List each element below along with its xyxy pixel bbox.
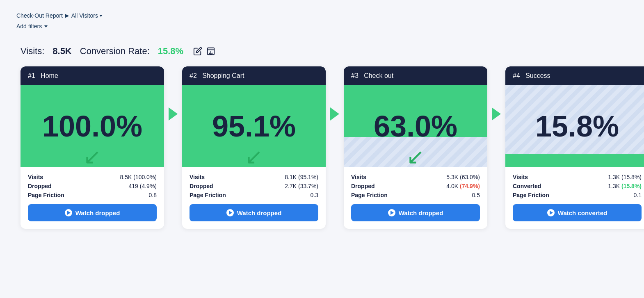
card-2-percentage: 95.1% xyxy=(182,111,326,141)
watch-dropped-button-1[interactable]: Watch dropped xyxy=(28,204,157,221)
drop-arrow-1-icon: ↙ xyxy=(83,146,101,167)
card-1-dropped-row: Dropped 419 (4.9%) xyxy=(28,183,157,189)
filters-row[interactable]: Add filters xyxy=(16,23,628,30)
play-triangle-2 xyxy=(229,211,232,215)
card-1-title: Home xyxy=(41,72,58,79)
card-1-dropped-label: Dropped xyxy=(28,183,52,189)
watch-dropped-button-3[interactable]: Watch dropped xyxy=(351,204,480,221)
edit-icon[interactable] xyxy=(193,47,202,56)
watch-dropped-button-2[interactable]: Watch dropped xyxy=(190,204,318,221)
filters-chevron-icon xyxy=(44,25,48,27)
card-2-header: #2 Shopping Cart xyxy=(182,66,326,85)
card-3-dropped-value: 4.0K (74.9%) xyxy=(446,183,480,189)
filters-label: Add filters xyxy=(16,23,42,30)
card-1-dropped-value: 419 (4.9%) xyxy=(129,183,157,189)
card-3-visits-value: 5.3K (63.0%) xyxy=(446,174,480,180)
card-1-body: 100.0% ↙ Visits 8.5K (100.0%) Dropped 41… xyxy=(21,85,164,221)
card-1-visits-label: Visits xyxy=(28,174,43,180)
visits-label: Visits: xyxy=(21,46,44,57)
card-4-converted-label: Converted xyxy=(513,183,541,189)
summary-icons xyxy=(193,47,215,56)
card-3-bar: 63.0% ↙ xyxy=(344,85,487,167)
card-3-id: #3 xyxy=(351,72,359,79)
card-2-bar: 95.1% ↙ xyxy=(182,85,326,167)
card-2-dropped-row: Dropped 2.7K (33.7%) xyxy=(190,183,318,189)
right-arrow-icon-1 xyxy=(169,107,178,121)
card-4-friction-value: 0.1 xyxy=(634,192,642,198)
play-icon-3 xyxy=(388,209,395,216)
card-1-bar: 100.0% ↙ xyxy=(21,85,164,167)
card-4-header: #4 Success xyxy=(505,66,644,85)
play-icon-1 xyxy=(65,209,72,216)
card-3-header: #3 Check out xyxy=(344,66,487,85)
right-arrow-icon-2 xyxy=(330,107,339,121)
card-1-friction-row: Page Friction 0.8 xyxy=(28,192,157,198)
visits-value: 8.5K xyxy=(53,46,71,57)
breadcrumb-audience-dropdown[interactable]: All Visitors xyxy=(71,12,103,19)
play-triangle-1 xyxy=(67,211,71,215)
card-4-title: Success xyxy=(525,72,550,79)
card-3-friction-row: Page Friction 0.5 xyxy=(351,192,480,198)
export-icon[interactable] xyxy=(206,47,215,56)
breadcrumb-separator: ▶ xyxy=(65,13,69,18)
summary-row: Visits: 8.5K Conversion Rate: 15.8% xyxy=(16,46,628,57)
card-2-friction-value: 0.3 xyxy=(311,192,318,198)
card-1-visits-value: 8.5K (100.0%) xyxy=(120,174,157,180)
card-3-friction-label: Page Friction xyxy=(351,192,388,198)
card-3-title: Check out xyxy=(364,72,393,79)
play-triangle-3 xyxy=(391,211,394,215)
card-4-converted-value: 1.3K (15.8%) xyxy=(608,183,642,189)
card-1-header: #1 Home xyxy=(21,66,164,85)
card-2-visits-row: Visits 8.1K (95.1%) xyxy=(190,174,318,180)
right-arrow-icon-3 xyxy=(492,107,501,121)
card-3-visits-label: Visits xyxy=(351,174,366,180)
card-3-stats: Visits 5.3K (63.0%) Dropped 4.0K (74.9%)… xyxy=(344,167,487,198)
card-3-body: 63.0% ↙ Visits 5.3K (63.0%) Dropped 4.0K… xyxy=(344,85,487,221)
card-2-friction-row: Page Friction 0.3 xyxy=(190,192,318,198)
card-2-dropped-label: Dropped xyxy=(190,183,213,189)
funnel-card-3: #3 Check out 63.0% ↙ Visits 5.3K (63.0%) xyxy=(344,66,487,229)
card-3-visits-row: Visits 5.3K (63.0%) xyxy=(351,174,480,180)
card-3-friction-value: 0.5 xyxy=(472,192,480,198)
rate-label: Conversion Rate: xyxy=(80,46,150,57)
card-1-friction-value: 0.8 xyxy=(149,192,157,198)
card-4-visits-row: Visits 1.3K (15.8%) xyxy=(513,174,642,180)
play-icon-2 xyxy=(226,209,234,216)
play-triangle-4 xyxy=(550,211,553,215)
card-3-percentage: 63.0% xyxy=(344,111,487,141)
card-4-body: 15.8% Visits 1.3K (15.8%) Converted 1.3K… xyxy=(505,85,644,221)
breadcrumb-audience-label: All Visitors xyxy=(71,12,98,19)
breadcrumb: Check-Out Report ▶ All Visitors xyxy=(16,12,628,19)
card-1-percentage: 100.0% xyxy=(21,111,164,141)
funnel-card-2: #2 Shopping Cart 95.1% ↙ Visits 8.1K (95… xyxy=(182,66,326,229)
card-4-visits-label: Visits xyxy=(513,174,528,180)
watch-btn-4-label: Watch converted xyxy=(558,209,607,216)
funnel-card-1: #1 Home 100.0% ↙ Visits 8.5K (100.0%) Dr… xyxy=(21,66,164,229)
card-2-title: Shopping Cart xyxy=(202,72,244,79)
card-4-converted-percent: (15.8%) xyxy=(621,183,642,189)
card-1-stats: Visits 8.5K (100.0%) Dropped 419 (4.9%) … xyxy=(21,167,164,198)
watch-converted-button-4[interactable]: Watch converted xyxy=(513,204,642,221)
play-icon-4 xyxy=(547,209,555,216)
watch-btn-3-label: Watch dropped xyxy=(399,209,443,216)
drop-arrow-3-icon: ↙ xyxy=(406,146,425,167)
breadcrumb-report[interactable]: Check-Out Report xyxy=(16,12,63,19)
card-4-bar: 15.8% xyxy=(505,85,644,167)
rate-value: 15.8% xyxy=(158,46,183,57)
funnel-container: #1 Home 100.0% ↙ Visits 8.5K (100.0%) Dr… xyxy=(16,66,628,229)
funnel-arrow-2 xyxy=(326,66,344,121)
card-2-stats: Visits 8.1K (95.1%) Dropped 2.7K (33.7%)… xyxy=(182,167,326,198)
card-1-visits-row: Visits 8.5K (100.0%) xyxy=(28,174,157,180)
card-4-converted-row: Converted 1.3K (15.8%) xyxy=(513,183,642,189)
card-1-friction-label: Page Friction xyxy=(28,192,64,198)
card-4-friction-row: Page Friction 0.1 xyxy=(513,192,642,198)
card-4-percentage: 15.8% xyxy=(505,111,644,141)
card-4-id: #4 xyxy=(513,72,520,79)
card-3-dropped-percent: (74.9%) xyxy=(460,183,480,189)
drop-arrow-2-icon: ↙ xyxy=(245,146,263,167)
card-3-dropped-row: Dropped 4.0K (74.9%) xyxy=(351,183,480,189)
card-2-dropped-value: 2.7K (33.7%) xyxy=(285,183,318,189)
card-2-friction-label: Page Friction xyxy=(190,192,226,198)
card-4-friction-label: Page Friction xyxy=(513,192,549,198)
funnel-card-4: #4 Success 15.8% Visits 1.3K (15.8%) Con… xyxy=(505,66,644,229)
